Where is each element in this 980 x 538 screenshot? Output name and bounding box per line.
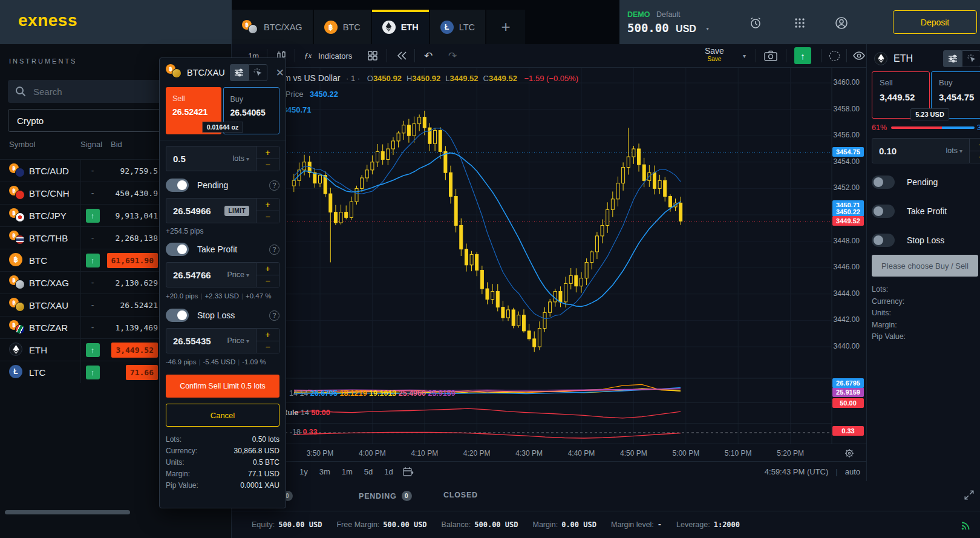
close-icon[interactable]: ✕ bbox=[276, 67, 284, 79]
signal-cell: ↑ bbox=[85, 254, 100, 267]
sell-price: 3,449.52 bbox=[880, 92, 929, 102]
rewind-icon[interactable] bbox=[396, 44, 407, 67]
layout-grid-icon[interactable] bbox=[367, 44, 378, 67]
tab-btc-xag[interactable]: ฿BTC/XAG bbox=[232, 10, 314, 44]
buy-price-badge: 3454.75 bbox=[832, 147, 864, 157]
volume-input[interactable]: 0.10 lots▾ bbox=[872, 138, 970, 163]
pending-price-increase-button[interactable]: + bbox=[256, 198, 279, 211]
deposit-button[interactable]: Deposit bbox=[893, 10, 977, 34]
account-icon[interactable] bbox=[834, 16, 849, 30]
range-buttons: 1y3m1m5d1d bbox=[299, 467, 393, 476]
account-summary[interactable]: DEMO Default 500.00 USD ▾ bbox=[627, 8, 710, 34]
help-icon[interactable]: ? bbox=[269, 310, 279, 321]
volume-increase-button[interactable]: + bbox=[970, 139, 980, 151]
save-chevron-icon[interactable]: ▾ bbox=[743, 44, 746, 67]
stop-loss-label: Stop Loss bbox=[197, 310, 235, 320]
pending-price-input[interactable]: 26.54966 LIMIT bbox=[166, 198, 256, 223]
range-1m[interactable]: 1m bbox=[342, 467, 353, 476]
one-click-trading-icon[interactable] bbox=[962, 50, 980, 67]
redo-icon[interactable]: ↷ bbox=[448, 44, 457, 67]
cancel-button[interactable]: Cancel bbox=[166, 404, 279, 427]
go-to-date-icon[interactable] bbox=[403, 467, 414, 477]
apps-grid-icon[interactable] bbox=[792, 16, 807, 30]
choose-side-button[interactable]: Please choose Buy / Sell bbox=[872, 255, 978, 277]
stop-loss-input[interactable]: 26.55435 Price▾ bbox=[166, 328, 256, 353]
order-details: Lots:0.50 lotsCurrency:30,866.8 USDUnits… bbox=[166, 434, 279, 491]
confirm-order-button[interactable]: Confirm Sell Limit 0.5 lots bbox=[166, 375, 279, 398]
stop-loss-increase-button[interactable]: + bbox=[256, 329, 279, 341]
pending-price-decrease-button[interactable]: − bbox=[256, 211, 279, 223]
price-tick: 3458.00 bbox=[834, 105, 860, 113]
help-icon[interactable]: ? bbox=[269, 244, 279, 255]
sentiment-bar[interactable] bbox=[891, 126, 975, 129]
add-tab-button[interactable]: + bbox=[486, 10, 525, 44]
save-layout-button[interactable]: Save Save bbox=[705, 44, 724, 66]
take-profit-toggle[interactable] bbox=[872, 205, 895, 218]
screenshot-icon[interactable] bbox=[764, 44, 777, 67]
signal-cell: - bbox=[85, 166, 100, 176]
sidebar-horizontal-scrollbar[interactable] bbox=[5, 510, 130, 514]
account-balance[interactable]: 500.00 USD ▾ bbox=[627, 21, 710, 34]
time-tick: 3:50 PM bbox=[299, 449, 341, 458]
dashed-circle-icon bbox=[829, 51, 840, 61]
refresh-layout-icon[interactable] bbox=[829, 44, 840, 67]
indicators-button[interactable]: Indicators bbox=[318, 44, 352, 67]
volume-input[interactable]: 0.5 lots▾ bbox=[166, 146, 256, 171]
volume-decrease-button[interactable]: − bbox=[256, 159, 279, 171]
status-item: Equity:500.00 USD bbox=[252, 520, 322, 529]
expand-icon[interactable] bbox=[964, 490, 975, 503]
stop-loss-mode-select[interactable]: Price▾ bbox=[227, 336, 249, 345]
range-3m[interactable]: 3m bbox=[319, 467, 330, 476]
search-input[interactable] bbox=[33, 87, 178, 97]
one-click-trading-icon[interactable] bbox=[249, 64, 267, 81]
chart-canvas[interactable] bbox=[232, 68, 866, 444]
take-profit-mode-select[interactable]: Price▾ bbox=[227, 271, 249, 279]
help-icon[interactable]: ? bbox=[269, 180, 279, 191]
volume-decrease-button[interactable]: − bbox=[970, 151, 980, 163]
utc-clock[interactable]: 4:59:43 PM (UTC) bbox=[765, 467, 828, 476]
take-profit-decrease-button[interactable]: − bbox=[256, 275, 279, 287]
stop-loss-decrease-button[interactable]: − bbox=[256, 341, 279, 353]
range-1d[interactable]: 1d bbox=[384, 467, 393, 476]
order-symbol: BTC/XAU bbox=[187, 68, 225, 77]
range-5d[interactable]: 5d bbox=[364, 467, 373, 476]
time-axis[interactable]: 3:50 PM4:00 PM4:10 PM4:20 PM4:30 PM4:40 … bbox=[232, 444, 866, 461]
volume-unit-select[interactable]: lots▾ bbox=[233, 154, 249, 163]
exness-logo: exness bbox=[18, 11, 77, 30]
sliders-icon[interactable] bbox=[230, 64, 249, 81]
range-1y[interactable]: 1y bbox=[299, 467, 308, 476]
price-tick: 3460.00 bbox=[834, 78, 860, 87]
take-profit-toggle[interactable] bbox=[166, 243, 189, 256]
volume-increase-button[interactable]: + bbox=[256, 146, 279, 159]
fx-icon[interactable]: ƒx bbox=[304, 44, 312, 67]
buy-mode-button[interactable]: ↑ bbox=[794, 44, 811, 67]
volume-stepper: 0.5 lots▾ + − bbox=[166, 146, 279, 171]
eye-icon[interactable] bbox=[853, 44, 865, 67]
positions-tab-pending[interactable]: PENDING0 bbox=[359, 491, 412, 501]
stop-loss-toggle[interactable] bbox=[872, 234, 895, 247]
chevron-down-icon: ▾ bbox=[959, 148, 962, 154]
pair-btc-xau-icon: ฿ bbox=[9, 298, 25, 312]
pending-toggle[interactable] bbox=[166, 179, 189, 192]
time-tick: 5:00 PM bbox=[665, 449, 707, 458]
take-profit-increase-button[interactable]: + bbox=[256, 263, 279, 275]
tab-btc[interactable]: ฿BTC bbox=[314, 10, 372, 44]
tab-eth[interactable]: ETH bbox=[372, 10, 430, 44]
price-tick: 3440.00 bbox=[834, 342, 860, 350]
order-sidebar-eth: ETH Sell 3,449.52 Buy 3,454.75 bbox=[866, 44, 980, 481]
positions-tab-closed[interactable]: CLOSED bbox=[443, 491, 478, 499]
axis-settings-gear-icon[interactable] bbox=[844, 448, 854, 461]
count-badge: 0 bbox=[402, 491, 412, 501]
take-profit-input[interactable]: 26.54766 Price▾ bbox=[166, 262, 256, 287]
sliders-icon[interactable] bbox=[943, 50, 962, 67]
alarm-icon[interactable] bbox=[748, 16, 763, 30]
status-items: Equity:500.00 USDFree Margin:500.00 USDB… bbox=[252, 520, 740, 529]
undo-icon[interactable]: ↶ bbox=[424, 44, 433, 67]
instrument-symbol: BTC/THB bbox=[29, 233, 68, 243]
pending-pips-note: +254.5 pips bbox=[166, 227, 279, 235]
auto-scale-button[interactable]: auto bbox=[845, 467, 860, 476]
pending-toggle[interactable] bbox=[872, 176, 895, 189]
tab-ltc[interactable]: ŁLTC bbox=[430, 10, 486, 44]
stop-loss-toggle[interactable] bbox=[166, 309, 189, 322]
volume-unit-select[interactable]: lots▾ bbox=[946, 146, 962, 155]
